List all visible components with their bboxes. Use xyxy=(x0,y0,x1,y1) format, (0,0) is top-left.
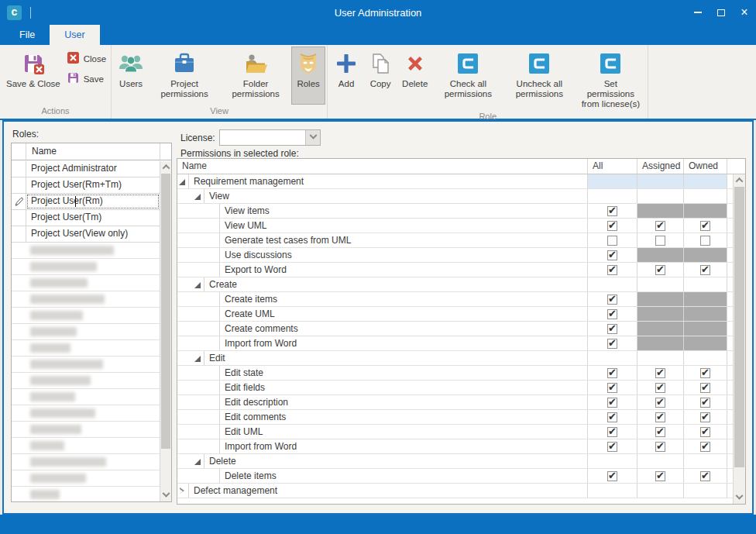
ribbon-button-project-permissions[interactable]: Project permissions xyxy=(149,47,220,105)
roles-scrollbar[interactable] xyxy=(160,161,171,501)
license-combobox[interactable] xyxy=(219,129,321,146)
tree-collapse-icon[interactable] xyxy=(179,179,185,185)
checkbox-checked[interactable] xyxy=(607,309,617,319)
role-name[interactable]: Project User(Tm) xyxy=(26,210,160,226)
permission-row-edit-uml[interactable]: Edit UML xyxy=(177,425,733,439)
role-row-redacted[interactable] xyxy=(12,405,160,422)
role-row-redacted[interactable] xyxy=(12,291,160,308)
column-header-name[interactable]: Name xyxy=(177,159,588,174)
role-row-redacted[interactable] xyxy=(12,454,160,470)
checkbox-checked[interactable] xyxy=(607,368,617,378)
checkbox-checked[interactable] xyxy=(607,471,617,481)
checkbox-unchecked[interactable] xyxy=(607,236,617,246)
permission-row-export-to-word[interactable]: Export to Word xyxy=(177,263,733,277)
role-row-redacted[interactable] xyxy=(12,357,160,373)
role-row-redacted[interactable] xyxy=(12,275,160,291)
role-row-project-user-view-only[interactable]: Project User(View only) xyxy=(12,226,160,243)
permission-row-view-uml[interactable]: View UML xyxy=(177,219,733,233)
tree-collapse-icon[interactable] xyxy=(194,459,201,465)
checkbox-checked[interactable] xyxy=(655,265,665,275)
permission-row-requirement-management[interactable]: Requirement management xyxy=(177,174,733,189)
roles-name-column-header[interactable]: Name xyxy=(26,143,160,160)
role-row-project-user-rm-tm[interactable]: Project User(Rm+Tm) xyxy=(12,177,160,194)
ribbon-button-save-close[interactable]: Save & Close xyxy=(2,47,65,105)
scrollbar-thumb[interactable] xyxy=(161,174,170,449)
checkbox-checked[interactable] xyxy=(607,295,617,305)
permission-row-edit-fields[interactable]: Edit fields xyxy=(177,381,733,395)
permission-row-edit-description[interactable]: Edit description xyxy=(177,395,733,410)
checkbox-checked[interactable] xyxy=(700,427,710,437)
permission-row-edit-state[interactable]: Edit state xyxy=(177,366,733,381)
checkbox-checked[interactable] xyxy=(700,221,710,231)
role-row-redacted[interactable] xyxy=(12,422,160,438)
role-row-redacted[interactable] xyxy=(12,389,160,405)
permission-row-import-from-word[interactable]: Import from Word xyxy=(177,439,733,454)
column-header-owned[interactable]: Owned xyxy=(684,159,727,174)
scroll-down-button[interactable] xyxy=(160,490,171,501)
checkbox-checked[interactable] xyxy=(607,250,617,260)
ribbon-button-copy[interactable]: Copy xyxy=(363,47,397,110)
checkbox-checked[interactable] xyxy=(607,324,617,334)
ribbon-button-folder-permissions[interactable]: Folder permissions xyxy=(220,47,291,105)
permission-row-delete-items[interactable]: Delete items xyxy=(177,469,733,484)
checkbox-checked[interactable] xyxy=(655,368,665,378)
role-row-redacted[interactable] xyxy=(12,243,160,259)
checkbox-checked[interactable] xyxy=(700,442,710,452)
role-row-project-administrator[interactable]: Project Administrator xyxy=(12,161,160,177)
checkbox-checked[interactable] xyxy=(655,427,665,437)
checkbox-checked[interactable] xyxy=(655,383,665,393)
permission-row-edit-comments[interactable]: Edit comments xyxy=(177,410,733,425)
checkbox-checked[interactable] xyxy=(700,383,710,393)
ribbon-button-set-permissions-from-licnese-s[interactable]: Set permissions from licnese(s) xyxy=(575,47,646,110)
role-row-project-user-tm[interactable]: Project User(Tm) xyxy=(12,210,160,226)
ribbon-button-save[interactable]: Save xyxy=(67,71,106,86)
tree-collapse-icon[interactable] xyxy=(194,282,201,288)
scroll-down-button[interactable] xyxy=(734,492,745,504)
permission-row-view[interactable]: View xyxy=(177,189,733,204)
permission-row-create-comments[interactable]: Create comments xyxy=(177,322,733,336)
minimize-button[interactable] xyxy=(686,0,710,25)
column-header-all[interactable]: All xyxy=(588,159,637,174)
scroll-up-button[interactable] xyxy=(734,174,745,186)
checkbox-checked[interactable] xyxy=(607,442,617,452)
maximize-button[interactable] xyxy=(710,0,733,25)
checkbox-unchecked[interactable] xyxy=(655,236,665,246)
permissions-scrollbar[interactable] xyxy=(733,174,745,504)
permission-row-create[interactable]: Create xyxy=(177,277,733,292)
role-row-redacted[interactable] xyxy=(12,487,160,501)
permission-row-import-from-word[interactable]: Import from Word xyxy=(177,336,733,351)
role-name[interactable]: Project User(View only) xyxy=(26,226,160,242)
role-row-redacted[interactable] xyxy=(12,308,160,324)
checkbox-checked[interactable] xyxy=(655,412,665,422)
scroll-up-button[interactable] xyxy=(160,161,171,173)
tab-file[interactable]: File xyxy=(5,25,50,45)
checkbox-checked[interactable] xyxy=(655,398,665,408)
ribbon-button-close[interactable]: Close xyxy=(67,51,106,66)
checkbox-checked[interactable] xyxy=(700,398,710,408)
license-dropdown-button[interactable] xyxy=(305,130,320,145)
checkbox-checked[interactable] xyxy=(607,221,617,231)
permission-row-defect-management[interactable]: Defect management xyxy=(177,484,733,498)
checkbox-checked[interactable] xyxy=(655,221,665,231)
role-row-redacted[interactable] xyxy=(12,470,160,487)
ribbon-button-roles[interactable]: Roles xyxy=(291,47,325,105)
permission-row-delete[interactable]: Delete xyxy=(177,454,733,469)
checkbox-unchecked[interactable] xyxy=(700,236,710,246)
checkbox-checked[interactable] xyxy=(607,206,617,216)
checkbox-checked[interactable] xyxy=(607,427,617,437)
tree-collapse-icon[interactable] xyxy=(194,194,201,200)
permission-row-edit[interactable]: Edit xyxy=(177,351,733,366)
role-row-redacted[interactable] xyxy=(12,324,160,340)
ribbon-button-uncheck-all-permissions[interactable]: Uncheck all permissions xyxy=(503,47,575,110)
role-row-project-user-rm[interactable]: Project User(Rm) xyxy=(12,194,160,210)
tab-user[interactable]: User xyxy=(50,25,99,45)
checkbox-checked[interactable] xyxy=(607,265,617,275)
app-logo-icon[interactable]: c xyxy=(7,5,22,20)
permission-row-use-discussions[interactable]: Use discussions xyxy=(177,248,733,263)
role-name[interactable]: Project User(Rm) xyxy=(26,194,160,209)
checkbox-checked[interactable] xyxy=(607,339,617,349)
checkbox-checked[interactable] xyxy=(700,412,710,422)
ribbon-button-delete[interactable]: Delete xyxy=(397,47,432,110)
role-row-redacted[interactable] xyxy=(12,259,160,275)
checkbox-checked[interactable] xyxy=(655,442,665,452)
